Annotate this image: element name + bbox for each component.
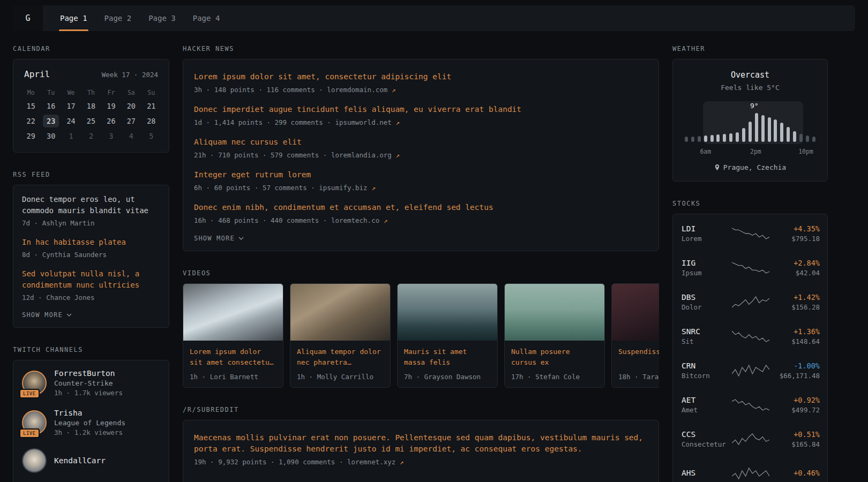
video-card[interactable]: Mauris sit amet massa felis 7h · Grayson… (397, 283, 498, 388)
video-thumbnail[interactable] (290, 284, 390, 341)
calendar-day: 24 (61, 112, 81, 127)
rss-item-link[interactable]: In hac habitasse platea (22, 237, 160, 248)
weather-section-title: WEATHER (672, 45, 828, 52)
hn-meta-text: 3h · 148 points · 116 comments · (194, 86, 327, 94)
hn-item-link[interactable]: Donec enim nibh, condimentum et accumsan… (194, 202, 648, 213)
video-title[interactable]: Aliquam tempor dolor nec pharetra… (297, 347, 384, 368)
channel-meta: 3h · 1.2k viewers (54, 428, 125, 436)
video-card[interactable]: Aliquam tempor dolor nec pharetra… 1h · … (290, 283, 391, 388)
external-link-icon: ↗ (371, 184, 376, 192)
tab-page-1[interactable]: Page 1 (51, 5, 96, 31)
video-title[interactable]: Suspendisse diam (618, 347, 659, 368)
video-title[interactable]: Mauris sit amet massa felis (404, 347, 491, 368)
time-label: 10pm (798, 148, 813, 155)
stock-name: Ipsum (682, 269, 732, 277)
video-card[interactable]: Nullam posuere cursus ex 17h · Stefan Co… (504, 283, 605, 388)
video-meta: 7h · Grayson Dawson (404, 373, 491, 381)
hn-item-domain[interactable]: loremdomain.com (327, 86, 387, 94)
stock-id: CCSConsectetur (682, 430, 732, 448)
hn-item-domain[interactable]: ipsumify.biz (319, 184, 367, 192)
subreddit-section-title: /R/SUBREDDIT (183, 406, 659, 413)
twitch-section-title: TWITCH CHANNELS (13, 346, 169, 353)
stock-symbol: LDI (682, 224, 732, 233)
rss-item-link[interactable]: Donec tempor eros leo, ut commodo mauris… (22, 194, 160, 216)
twitch-channel-forrestburton[interactable]: LIVE ForrestBurton Counter-Strike 1h · 1… (22, 369, 160, 397)
twitch-section: TWITCH CHANNELS LIVE ForrestBurton Count… (13, 346, 169, 482)
calendar-day: 22 (21, 112, 41, 127)
video-card[interactable]: Lorem ipsum dolor sit amet consectetu… 1… (183, 283, 283, 388)
tab-page-2[interactable]: Page 2 (96, 5, 140, 31)
video-meta: 18h · Tara (618, 373, 659, 381)
stock-row-aet: AETAmet +0.92%$499.72 (682, 388, 819, 422)
subreddit-post-link[interactable]: Maecenas mollis pulvinar erat non posuer… (194, 432, 648, 455)
stock-symbol: CCS (682, 430, 732, 439)
stock-row-iig: IIGIpsum +2.84%$42.04 (682, 251, 819, 285)
hn-item: Donec enim nibh, condimentum et accumsan… (194, 202, 648, 224)
channel-name: KendallCarr (54, 456, 106, 465)
subreddit-post-domain[interactable]: loremnet.xyz (347, 458, 395, 466)
hn-item-domain[interactable]: loremlandia.org (331, 151, 392, 159)
video-thumbnail[interactable] (505, 284, 604, 341)
video-meta: 17h · Stefan Cole (511, 373, 598, 381)
stock-id: DBSDolor (682, 293, 732, 311)
tab-page-4[interactable]: Page 4 (184, 5, 229, 31)
hn-item-link[interactable]: Aliquam nec cursus elit (194, 137, 648, 148)
channel-game: League of Legends (54, 419, 125, 427)
hn-item-link[interactable]: Donec imperdiet augue tincidunt felis al… (194, 104, 648, 115)
calendar-day: 25 (81, 112, 101, 127)
hn-meta-text: 21h · 710 points · 579 comments · (194, 151, 331, 159)
stock-sparkline (732, 432, 769, 446)
video-thumbnail[interactable] (612, 284, 659, 341)
calendar-day: 16 (41, 97, 61, 112)
avatar-wrap (22, 448, 47, 473)
stock-change: +0.51% (769, 430, 820, 439)
video-body: Nullam posuere cursus ex 17h · Stefan Co… (505, 341, 604, 387)
calendar-day: 15 (21, 97, 41, 112)
rss-item-link[interactable]: Sed volutpat nulla nisl, a condimentum n… (22, 268, 160, 291)
time-label: 2pm (750, 148, 761, 155)
stock-values: +4.35%$795.18 (769, 224, 820, 243)
video-title[interactable]: Lorem ipsum dolor sit amet consectetu… (190, 347, 276, 368)
live-badge: LIVE (19, 389, 40, 398)
rss-item: Sed volutpat nulla nisl, a condimentum n… (22, 268, 160, 302)
stock-price: $66,171.48 (769, 372, 820, 380)
hn-item-link[interactable]: Integer eget rutrum lorem (194, 169, 648, 180)
video-body: Lorem ipsum dolor sit amet consectetu… 1… (183, 341, 283, 387)
rss-item: Donec tempor eros leo, ut commodo mauris… (22, 194, 160, 227)
weather-time-labels: 6am 2pm 10pm (680, 148, 820, 155)
video-title[interactable]: Nullam posuere cursus ex (511, 347, 598, 368)
stock-sparkline (732, 227, 769, 240)
stock-name: Amet (682, 406, 732, 414)
calendar-day: 28 (141, 112, 161, 127)
app-logo: G (13, 5, 43, 31)
video-body: Aliquam tempor dolor nec pharetra… 1h · … (290, 341, 390, 387)
hn-item-domain[interactable]: ipsumworld.net (335, 118, 391, 126)
stock-sparkline (732, 466, 769, 480)
hn-item-link[interactable]: Lorem ipsum dolor sit amet, consectetur … (194, 71, 648, 82)
video-thumbnail[interactable] (183, 284, 283, 341)
external-link-icon: ↗ (384, 216, 388, 224)
twitch-channel-kendallcarr[interactable]: KendallCarr (22, 448, 160, 473)
rss-show-more-button[interactable]: SHOW MORE (22, 311, 72, 319)
subreddit-section: /R/SUBREDDIT Maecenas mollis pulvinar er… (183, 406, 659, 482)
stock-values: +0.92%$499.72 (769, 396, 820, 414)
weather-section: WEATHER Overcast Feels like 5°C 9° 6am 2… (672, 45, 828, 182)
stock-price: $165.84 (769, 440, 820, 448)
subreddit-post-meta: 19h · 9,932 points · 1,090 comments · lo… (194, 458, 648, 466)
stock-symbol: SNRC (682, 327, 732, 336)
calendar-day: 21 (141, 97, 161, 112)
video-card[interactable]: Suspendisse diam 18h · Tara (611, 283, 659, 388)
chevron-down-icon (66, 313, 72, 317)
hn-item-domain[interactable]: loremtech.co (331, 216, 379, 224)
rss-item-meta: 12d · Chance Jones (22, 293, 160, 302)
stock-symbol: AET (682, 396, 732, 404)
stock-sparkline (732, 398, 769, 412)
twitch-channel-trisha[interactable]: LIVE Trisha League of Legends 3h · 1.2k … (22, 409, 160, 436)
stock-symbol: IIG (682, 259, 732, 267)
tab-page-3[interactable]: Page 3 (140, 5, 184, 31)
weekday-label: Fr (101, 89, 121, 96)
hn-show-more-button[interactable]: SHOW MORE (194, 235, 244, 242)
stock-sparkline (732, 329, 769, 343)
video-thumbnail[interactable] (398, 284, 497, 341)
weekday-label: Su (141, 89, 161, 96)
